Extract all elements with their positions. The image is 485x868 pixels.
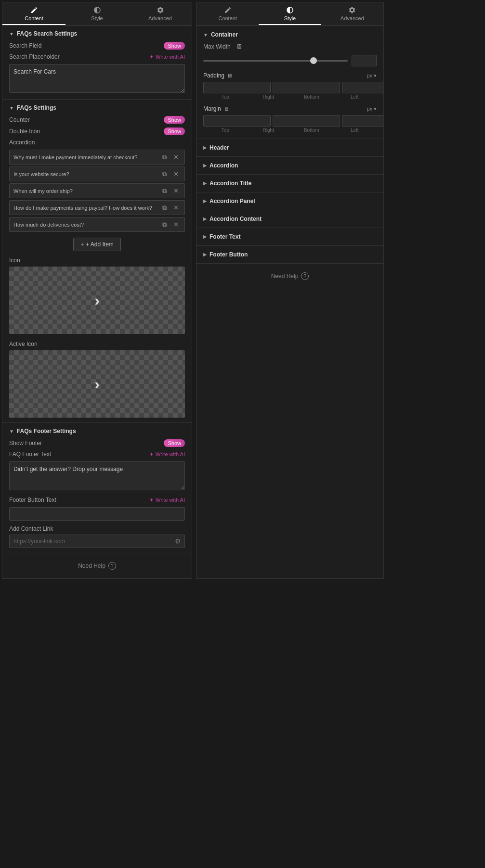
accordion-item-copy-btn[interactable]: ⧉ (160, 153, 169, 161)
search-field-toggle[interactable]: Show (164, 42, 185, 50)
icon-preview[interactable]: › (9, 267, 185, 334)
write-ai-btn[interactable]: ✦ Write with AI (149, 54, 185, 60)
footer-btn-write-ai[interactable]: ✦ Write with AI (149, 497, 185, 503)
margin-unit[interactable]: px ▾ (367, 106, 377, 112)
footer-button-input[interactable]: Contact Us (9, 507, 185, 521)
padding-right-label: Right (248, 94, 290, 100)
tab-style-left[interactable]: Style (66, 2, 129, 25)
padding-unit-text: px (367, 73, 372, 78)
margin-inputs: 🔗 (203, 115, 377, 127)
active-icon-preview[interactable]: › (9, 350, 185, 418)
footer-write-ai-text: Write with AI (156, 451, 185, 457)
padding-monitor-icon[interactable]: 🖥 (227, 73, 232, 78)
faqs-footer-title: FAQs Footer Settings (17, 428, 76, 434)
accordion-section[interactable]: ▶ Accordion (197, 157, 383, 175)
double-icon-toggle[interactable]: Show (164, 128, 185, 135)
show-footer-row: Show Footer Show (9, 439, 185, 447)
padding-top-label: Top (204, 94, 247, 100)
accordion-item-text: Why must I make payment immediately at c… (13, 154, 157, 160)
add-item-button[interactable]: + + Add Item (73, 238, 121, 251)
tab-advanced-right[interactable]: Advanced (321, 2, 383, 25)
faqs-footer-header[interactable]: ▼ FAQs Footer Settings (9, 428, 185, 434)
add-contact-link-label: Add Contact Link (9, 525, 185, 532)
left-need-help-text: Need Help (78, 562, 105, 569)
footer-text-section[interactable]: ▶ Footer Text (197, 228, 383, 246)
faqs-settings-section: ▼ FAQs Settings Counter Show Double Icon… (2, 100, 192, 423)
padding-unit[interactable]: px ▾ (367, 73, 377, 79)
active-chevron-right-icon: › (94, 375, 100, 393)
contact-link-input[interactable] (9, 535, 185, 548)
header-section[interactable]: ▶ Header (197, 139, 383, 157)
left-panel-content: ▼ FAQs Search Settings Search Field Show… (2, 26, 192, 578)
accordion-item: How much do deliveries cost? ⧉ ✕ (9, 217, 185, 232)
accordion-title-arrow: ▶ (203, 181, 207, 186)
padding-bottom-input[interactable] (342, 82, 383, 93)
faqs-search-header[interactable]: ▼ FAQs Search Settings (9, 30, 185, 37)
left-help-icon: ? (108, 562, 116, 570)
accordion-label: Accordion (9, 139, 35, 146)
accordion-item: How do I make payments using paypal? How… (9, 200, 185, 215)
accordion-item-delete-btn[interactable]: ✕ (171, 187, 181, 195)
add-item-label: + Add Item (86, 241, 114, 248)
counter-row: Counter Show (9, 116, 185, 124)
accordion-item-delete-btn[interactable]: ✕ (171, 220, 181, 229)
max-width-input[interactable]: 1280 (352, 55, 377, 66)
active-icon-label: Active Icon (9, 341, 185, 347)
faq-footer-text-row: FAQ Footer Text ✦ Write with AI (9, 451, 185, 458)
icon-label: Icon (9, 257, 185, 264)
add-item-plus-icon: + (80, 241, 84, 248)
margin-right-input[interactable] (273, 115, 340, 127)
write-ai-text: Write with AI (156, 54, 185, 60)
right-panel: Content Style Advanced ▼ Container Max W… (196, 2, 384, 579)
show-footer-toggle[interactable]: Show (164, 439, 185, 447)
max-width-label: Max Width (203, 43, 232, 50)
tab-style-right[interactable]: Style (259, 2, 321, 25)
right-need-help[interactable]: Need Help ? (197, 264, 383, 289)
accordion-item-copy-btn[interactable]: ⧉ (160, 170, 169, 178)
footer-write-ai-btn[interactable]: ✦ Write with AI (149, 451, 185, 458)
search-field-row: Search Field Show (9, 42, 185, 50)
accordion-item-delete-btn[interactable]: ✕ (171, 204, 181, 212)
left-need-help[interactable]: Need Help ? (2, 553, 192, 578)
tab-advanced-left[interactable]: Advanced (129, 2, 192, 25)
show-footer-label: Show Footer (9, 440, 42, 447)
footer-button-section[interactable]: ▶ Footer Button (197, 246, 383, 264)
search-placeholder-textarea[interactable]: Search For Cars (9, 64, 185, 93)
margin-unit-chevron: ▾ (374, 106, 377, 112)
footer-button-label: Footer Button (210, 251, 248, 258)
margin-monitor-icon[interactable]: 🖥 (223, 106, 229, 112)
max-width-slider[interactable] (203, 60, 348, 62)
padding-left-label: Left (334, 94, 376, 100)
accordion-item-copy-btn[interactable]: ⧉ (160, 220, 169, 229)
accordion-item-text: How much do deliveries cost? (13, 222, 157, 228)
margin-bottom-input[interactable] (342, 115, 383, 127)
monitor-icon[interactable]: 🖥 (236, 43, 242, 50)
accordion-title-section[interactable]: ▶ Accordion Title (197, 175, 383, 192)
faqs-settings-header[interactable]: ▼ FAQs Settings (9, 104, 185, 111)
accordion-item-copy-btn[interactable]: ⧉ (160, 204, 169, 212)
accordion-content-section[interactable]: ▶ Accordion Content (197, 210, 383, 228)
footer-btn-write-ai-text: Write with AI (156, 497, 185, 503)
accordion-panel-section[interactable]: ▶ Accordion Panel (197, 192, 383, 210)
faqs-search-title: FAQs Search Settings (17, 30, 77, 37)
search-placeholder-row: Search Placeholder ✦ Write with AI (9, 53, 185, 60)
accordion-item-delete-btn[interactable]: ✕ (171, 153, 181, 161)
tab-content-left[interactable]: Content (2, 2, 66, 25)
counter-toggle[interactable]: Show (164, 116, 185, 124)
padding-right-input[interactable] (273, 82, 340, 93)
faqs-footer-section: ▼ FAQs Footer Settings Show Footer Show … (2, 423, 192, 553)
faqs-search-section: ▼ FAQs Search Settings Search Field Show… (2, 26, 192, 100)
accordion-item-copy-btn[interactable]: ⧉ (160, 187, 169, 195)
contact-link-gear-icon[interactable]: ⚙ (175, 537, 181, 545)
margin-top-input[interactable] (203, 115, 271, 127)
padding-top-input[interactable] (203, 82, 271, 93)
tab-style-right-label: Style (284, 15, 296, 21)
faq-footer-textarea[interactable]: Didn't get the answer? Drop your message (9, 461, 185, 490)
footer-text-label: Footer Text (210, 233, 240, 240)
container-section-header[interactable]: ▼ Container (203, 31, 377, 38)
container-arrow: ▼ (203, 32, 208, 38)
slider-thumb[interactable] (310, 57, 317, 64)
accordion-item-delete-btn[interactable]: ✕ (171, 170, 181, 178)
tab-content-left-label: Content (25, 15, 43, 21)
tab-content-right[interactable]: Content (197, 2, 259, 25)
